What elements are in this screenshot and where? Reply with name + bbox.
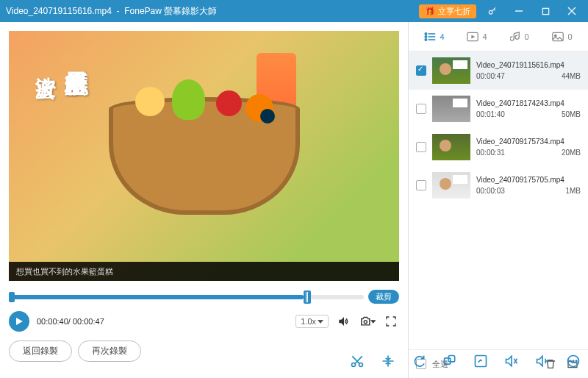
trim-button[interactable]: 裁剪	[368, 290, 399, 304]
file-size: 44MB	[562, 72, 581, 80]
svg-point-7	[364, 321, 367, 324]
file-name: Video_240709175705.mp4	[476, 176, 581, 184]
checkbox[interactable]	[416, 142, 426, 152]
volume-icon[interactable]	[336, 313, 352, 329]
fullscreen-icon[interactable]	[383, 313, 399, 329]
close-button[interactable]	[562, 1, 582, 21]
file-item[interactable]: Video_240709175705.mp4 00:00:031MB	[409, 166, 588, 204]
list-count: 4	[440, 32, 444, 41]
file-name: Video_240709175734.mp4	[476, 138, 581, 146]
file-size: 20MB	[562, 149, 581, 157]
svg-point-20	[359, 363, 363, 367]
thumbnail	[432, 134, 470, 160]
convert-tool-icon[interactable]	[409, 351, 429, 371]
svg-point-9	[426, 32, 427, 34]
title-text: Video_240719115616.mp4 - FonePaw 螢幕錄影大師	[6, 5, 419, 18]
file-size: 50MB	[562, 110, 581, 118]
compress-tool-icon[interactable]	[378, 351, 398, 371]
video-count: 4	[482, 32, 487, 41]
record-again-button[interactable]: 再次錄製	[78, 340, 141, 362]
svg-point-11	[426, 35, 427, 37]
svg-point-13	[426, 38, 427, 40]
checkbox[interactable]	[416, 65, 426, 76]
more-tool-icon[interactable]	[563, 351, 584, 371]
file-name: Video_240718174243.mp4	[476, 99, 581, 107]
export-tool-icon[interactable]	[501, 351, 522, 371]
tab-video[interactable]: 4	[456, 32, 498, 42]
edit-tool-icon[interactable]	[470, 351, 491, 371]
file-duration: 00:00:31	[476, 149, 505, 157]
titlebar: Video_240719115616.mp4 - FonePaw 螢幕錄影大師 …	[0, 0, 588, 22]
file-size: 1MB	[565, 187, 581, 195]
thumbnail	[432, 172, 470, 199]
play-button[interactable]	[9, 311, 29, 332]
timeline: 裁剪	[9, 290, 399, 304]
minimize-button[interactable]	[509, 1, 529, 21]
checkbox[interactable]	[416, 104, 426, 114]
bottom-toolbar	[347, 347, 584, 375]
file-panel: 4 4 0 0 Video_240719115616.mp4 00:0	[408, 22, 588, 378]
speed-selector[interactable]: 1.0x	[295, 315, 329, 328]
file-duration: 00:00:03	[476, 187, 505, 195]
tab-list[interactable]: 4	[413, 32, 456, 42]
cut-tool-icon[interactable]	[347, 351, 368, 371]
bottom-buttons: 返回錄製 再次錄製	[9, 340, 399, 362]
thumbnail	[432, 96, 470, 122]
trim-handle-right[interactable]	[304, 290, 311, 304]
file-item[interactable]: Video_240718174243.mp4 00:01:4050MB	[409, 90, 588, 128]
svg-rect-2	[542, 8, 548, 14]
back-to-record-button[interactable]: 返回錄製	[9, 340, 72, 362]
tab-image[interactable]: 0	[541, 32, 584, 42]
fruit-basket	[109, 97, 300, 215]
preview-panel: 波蜜 水果籃蛋糕 想買也買不到的水果籃蛋糕 裁剪 00:00:40/ 00:00…	[0, 22, 408, 378]
maximize-button[interactable]	[535, 1, 556, 21]
gift-icon: 🎁	[425, 7, 435, 16]
svg-marker-8	[370, 320, 376, 324]
svg-marker-6	[318, 320, 323, 324]
file-list: Video_240719115616.mp4 00:00:4744MB Vide…	[409, 51, 588, 349]
trim-handle-left[interactable]	[9, 292, 15, 302]
tab-audio[interactable]: 0	[498, 32, 541, 42]
audio-count: 0	[524, 32, 528, 41]
checkbox[interactable]	[416, 180, 426, 190]
svg-point-27	[576, 360, 577, 362]
timeline-progress	[9, 295, 304, 299]
file-item[interactable]: Video_240709175734.mp4 00:00:3120MB	[409, 128, 588, 166]
svg-point-26	[573, 360, 574, 362]
audio-tool-icon[interactable]	[532, 351, 553, 371]
file-duration: 00:01:40	[476, 110, 505, 118]
svg-rect-23	[476, 356, 487, 367]
speed-value: 1.0x	[301, 317, 316, 326]
svg-marker-5	[16, 318, 23, 325]
media-tabs: 4 4 0 0	[409, 22, 588, 51]
video-preview[interactable]: 波蜜 水果籃蛋糕 想買也買不到的水果籃蛋糕	[9, 31, 399, 281]
file-duration: 00:00:47	[476, 72, 505, 80]
svg-point-19	[352, 363, 356, 367]
file-name: Video_240719115616.mp4	[476, 61, 581, 69]
file-item[interactable]: Video_240719115616.mp4 00:00:4744MB	[409, 51, 588, 90]
image-count: 0	[567, 32, 572, 41]
merge-tool-icon[interactable]	[440, 351, 460, 371]
time-display: 00:00:40/ 00:00:47	[37, 317, 104, 326]
key-icon[interactable]	[482, 1, 503, 21]
current-file: Video_240719115616.mp4	[6, 6, 112, 16]
promo-text: 立享七折	[438, 6, 470, 17]
caption: 想買也買不到的水果籃蛋糕	[9, 262, 399, 281]
timeline-track[interactable]	[9, 295, 364, 299]
video-frame: 波蜜 水果籃蛋糕	[9, 31, 399, 281]
svg-point-25	[570, 360, 571, 362]
app-name: FonePaw 螢幕錄影大師	[124, 6, 217, 16]
svg-marker-16	[472, 35, 476, 38]
thumbnail	[432, 57, 470, 84]
promo-badge[interactable]: 🎁 立享七折	[419, 4, 476, 18]
screenshot-icon[interactable]	[359, 313, 376, 329]
playback-controls: 00:00:40/ 00:00:47 1.0x	[9, 311, 399, 332]
